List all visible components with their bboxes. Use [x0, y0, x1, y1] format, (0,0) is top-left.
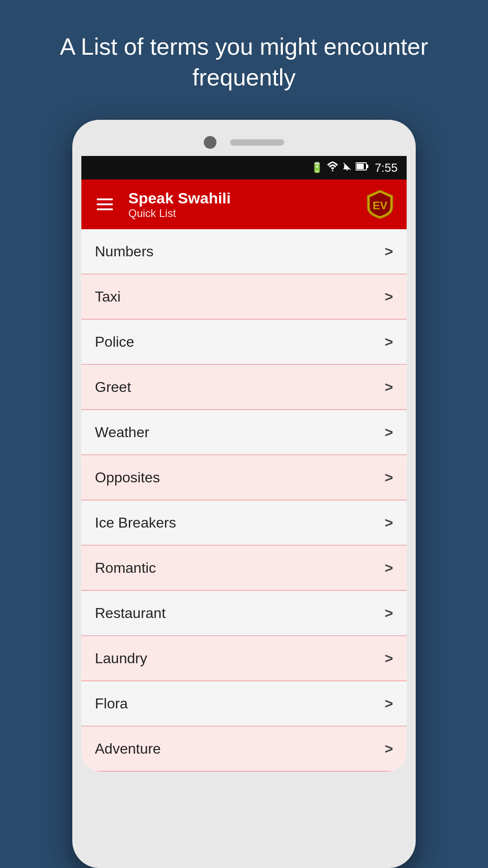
- menu-icon: [97, 198, 113, 200]
- phone-speaker: [230, 139, 284, 146]
- list-item-arrow-laundry: >: [385, 650, 393, 667]
- list-item-arrow-police: >: [385, 334, 393, 350]
- menu-icon: [97, 203, 113, 205]
- battery-icon: [356, 161, 368, 174]
- list-item-weather[interactable]: Weather>: [81, 410, 407, 455]
- status-bar: 🔋: [81, 156, 407, 179]
- list-item-numbers[interactable]: Numbers>: [81, 229, 407, 274]
- app-subtitle: Quick List: [128, 207, 353, 220]
- phone-hardware-top: [81, 129, 407, 156]
- list-item-greet[interactable]: Greet>: [81, 365, 407, 410]
- list-item-restaurant[interactable]: Restaurant>: [81, 591, 407, 636]
- list-item-arrow-numbers: >: [385, 243, 393, 260]
- svg-rect-2: [357, 164, 364, 169]
- status-icons: 🔋: [311, 161, 398, 175]
- app-bar-titles: Speak Swahili Quick List: [128, 189, 353, 220]
- list-item-arrow-greet: >: [385, 379, 393, 396]
- list-item-arrow-taxi: >: [385, 288, 393, 305]
- list-item-label-adventure: Adventure: [95, 741, 161, 757]
- list-item-label-weather: Weather: [95, 424, 149, 441]
- list-item-flora[interactable]: Flora>: [81, 681, 407, 726]
- list-item-label-opposites: Opposites: [95, 469, 160, 486]
- list-item-ice-breakers[interactable]: Ice Breakers>: [81, 500, 407, 546]
- list-container: Numbers>Taxi>Police>Greet>Weather>Opposi…: [81, 229, 407, 772]
- list-item-police[interactable]: Police>: [81, 320, 407, 365]
- list-item-arrow-restaurant: >: [385, 605, 393, 622]
- list-item-opposites[interactable]: Opposites>: [81, 455, 407, 500]
- list-item-romantic[interactable]: Romantic>: [81, 546, 407, 591]
- list-item-label-romantic: Romantic: [95, 560, 156, 576]
- list-item-arrow-adventure: >: [385, 741, 393, 757]
- list-item-label-flora: Flora: [95, 695, 128, 712]
- list-item-arrow-opposites: >: [385, 469, 393, 486]
- list-item-label-restaurant: Restaurant: [95, 605, 166, 622]
- wifi-icon: [327, 161, 338, 174]
- app-bar: Speak Swahili Quick List EV: [81, 179, 407, 229]
- notification-icon: [342, 161, 352, 174]
- list-item-label-laundry: Laundry: [95, 650, 147, 667]
- menu-icon: [97, 208, 113, 210]
- page-title: A List of terms you might encounter freq…: [0, 0, 488, 120]
- svg-text:EV: EV: [373, 199, 388, 212]
- list-item-arrow-romantic: >: [385, 560, 393, 576]
- status-time: 7:55: [375, 161, 398, 175]
- list-item-arrow-weather: >: [385, 424, 393, 441]
- phone-mockup: 🔋: [72, 120, 416, 868]
- list-item-label-taxi: Taxi: [95, 288, 121, 305]
- list-item-taxi[interactable]: Taxi>: [81, 274, 407, 320]
- vibrate-icon: 🔋: [311, 162, 323, 174]
- list-item-arrow-ice-breakers: >: [385, 514, 393, 531]
- list-item-label-police: Police: [95, 334, 134, 350]
- list-item-laundry[interactable]: Laundry>: [81, 636, 407, 681]
- svg-rect-3: [366, 165, 368, 168]
- menu-button[interactable]: [92, 194, 117, 215]
- list-item-label-greet: Greet: [95, 379, 131, 396]
- list-item-arrow-flora: >: [385, 695, 393, 712]
- list-item-label-ice-breakers: Ice Breakers: [95, 514, 176, 531]
- ev-logo-icon: EV: [364, 189, 396, 220]
- svg-point-0: [332, 170, 333, 171]
- list-item-adventure[interactable]: Adventure>: [81, 726, 407, 772]
- list-item-label-numbers: Numbers: [95, 243, 154, 260]
- phone-camera: [204, 136, 216, 149]
- app-title: Speak Swahili: [128, 189, 353, 207]
